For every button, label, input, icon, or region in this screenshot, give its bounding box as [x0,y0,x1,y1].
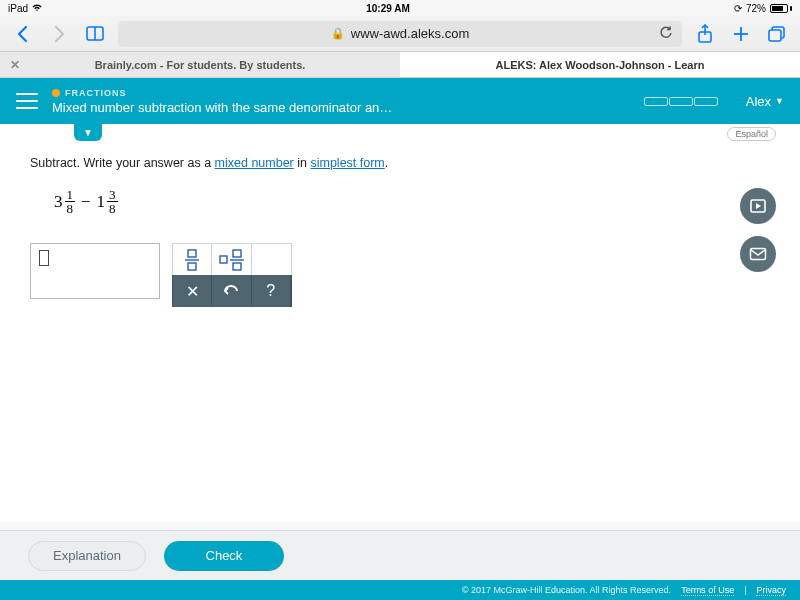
tab-brainly[interactable]: ✕ Brainly.com - For students. By student… [0,52,400,77]
tab-aleks[interactable]: ALEKS: Alex Woodson-Johnson - Learn [400,52,800,77]
svg-marker-16 [756,203,761,209]
user-name: Alex [746,94,771,109]
action-bar: Explanation Check [0,530,800,580]
user-menu[interactable]: Alex ▼ [746,94,784,109]
lock-icon: 🔒 [331,27,345,40]
topic-category: FRACTIONS [52,88,630,98]
svg-rect-17 [751,249,766,260]
new-tab-button[interactable] [728,21,754,47]
question-area: Subtract. Write your answer as a mixed n… [0,142,800,522]
link-mixed-number[interactable]: mixed number [215,156,294,170]
tab-strip: ✕ Brainly.com - For students. By student… [0,52,800,78]
answer-input[interactable] [30,243,160,299]
page-footer: © 2017 McGraw-Hill Education. All Rights… [0,580,800,600]
battery-icon [770,4,792,13]
clock: 10:29 AM [366,3,410,14]
explanation-button[interactable]: Explanation [28,541,146,571]
close-tab-icon[interactable]: ✕ [10,58,20,72]
message-button[interactable] [740,236,776,272]
keypad-blank-button[interactable] [252,244,291,276]
keypad-fraction-button[interactable] [173,244,212,276]
svg-rect-8 [188,250,196,257]
url-text: www-awd.aleks.com [351,26,469,41]
keypad-mixed-number-button[interactable] [212,244,251,276]
back-button[interactable] [10,21,36,47]
category-dot-icon [52,89,60,97]
keypad-clear-button[interactable]: ✕ [173,275,212,307]
svg-rect-12 [233,250,241,257]
ipad-status-bar: iPad 10:29 AM ⟳ 72% [0,0,800,16]
privacy-link[interactable]: Privacy [756,585,786,596]
terms-link[interactable]: Terms of Use [681,585,734,596]
share-button[interactable] [692,21,718,47]
battery-label: 72% [746,3,766,14]
math-expression: 3 18 − 1 38 [54,188,770,215]
wifi-icon [32,3,42,14]
tab-label: Brainly.com - For students. By students. [95,59,306,71]
tab-label: ALEKS: Alex Woodson-Johnson - Learn [495,59,704,71]
progress-indicator [644,97,718,106]
tabs-button[interactable] [764,21,790,47]
math-keypad: ✕ ? [172,243,292,307]
forward-button[interactable] [46,21,72,47]
orientation-lock-icon: ⟳ [734,3,742,14]
device-label: iPad [8,3,28,14]
reload-button[interactable] [659,25,674,43]
keypad-undo-button[interactable] [212,275,251,307]
address-bar[interactable]: 🔒 www-awd.aleks.com [118,21,682,47]
menu-button[interactable] [16,93,38,109]
svg-rect-14 [233,263,241,270]
svg-rect-7 [769,30,781,41]
check-button[interactable]: Check [164,541,284,571]
copyright-text: © 2017 McGraw-Hill Education. All Rights… [462,585,671,595]
language-toggle[interactable]: Español [727,127,776,141]
input-cursor [39,250,49,266]
topic-block: FRACTIONS Mixed number subtraction with … [52,88,630,115]
bookmarks-button[interactable] [82,21,108,47]
safari-toolbar: 🔒 www-awd.aleks.com [0,16,800,52]
link-simplest-form[interactable]: simplest form [310,156,384,170]
chevron-down-icon: ▼ [775,96,784,106]
svg-rect-11 [220,256,227,263]
subheader: ▼ Español [0,124,800,142]
prompt-text: Subtract. Write your answer as a mixed n… [30,156,770,170]
topic-dropdown-button[interactable]: ▼ [74,123,102,141]
svg-rect-10 [188,263,196,270]
topic-title: Mixed number subtraction with the same d… [52,100,630,115]
aleks-header: FRACTIONS Mixed number subtraction with … [0,78,800,124]
calculator-button[interactable] [740,188,776,224]
keypad-help-button[interactable]: ? [252,275,291,307]
